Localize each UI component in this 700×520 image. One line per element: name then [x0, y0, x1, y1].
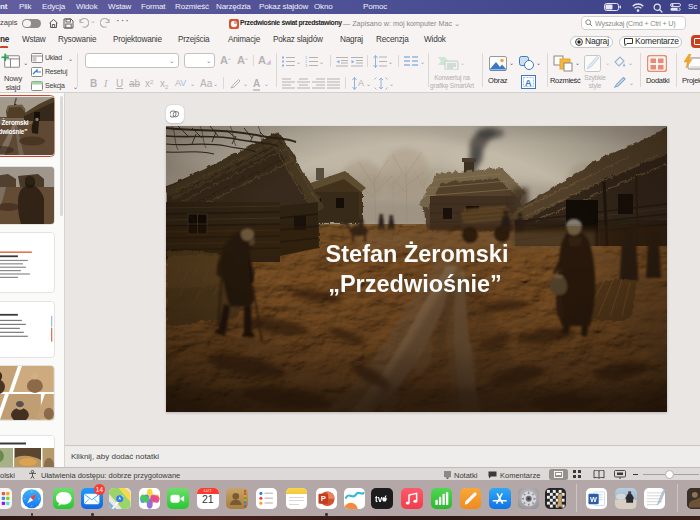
- svg-text:„Przedwiośnie”: „Przedwiośnie”: [0, 127, 27, 135]
- svg-text:W: W: [590, 494, 597, 503]
- svg-text:A: A: [525, 78, 532, 88]
- svg-text:3: 3: [305, 63, 308, 67]
- svg-text:A: A: [358, 78, 364, 88]
- svg-text:Stefan Żeromski: Stefan Żeromski: [326, 241, 509, 267]
- svg-text:Stefan Żeromski: Stefan Żeromski: [0, 118, 29, 126]
- svg-text:„Przedwiośnie”: „Przedwiośnie”: [328, 271, 502, 297]
- svg-text:tv: tv: [375, 494, 383, 504]
- svg-text:P: P: [320, 494, 325, 503]
